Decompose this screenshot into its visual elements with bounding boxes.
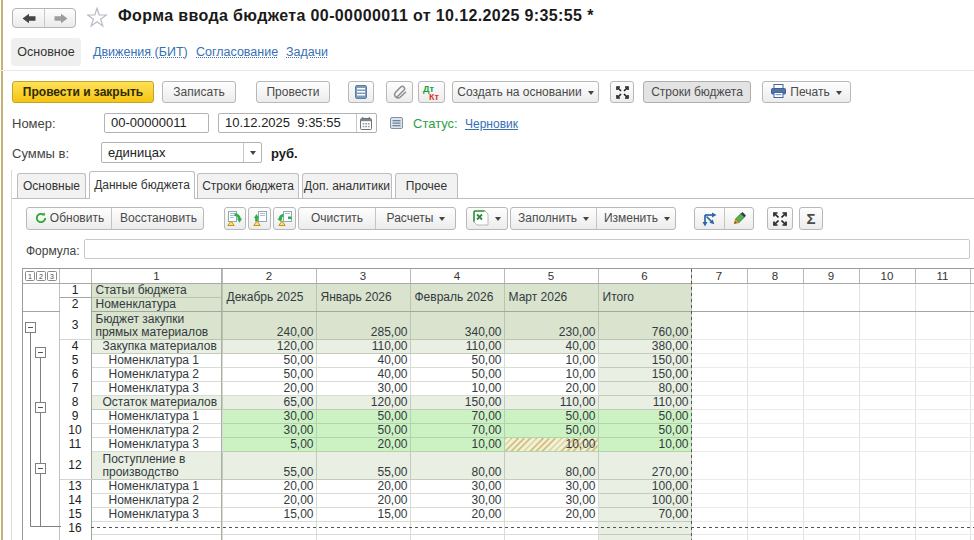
svg-text:2: 2 bbox=[39, 273, 43, 280]
svg-text:3: 3 bbox=[50, 273, 54, 280]
svg-text:1: 1 bbox=[28, 273, 32, 280]
